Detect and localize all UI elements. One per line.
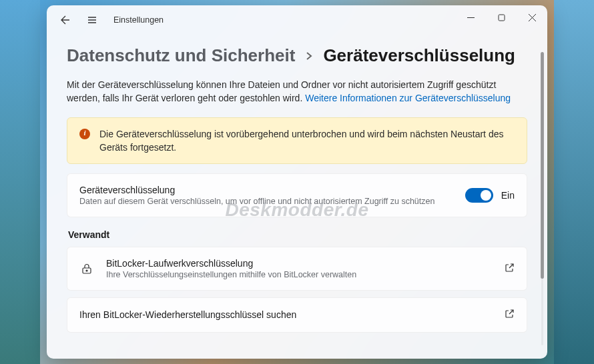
minimize-button[interactable] [455,5,486,29]
back-arrow-icon [60,15,71,25]
encryption-subtitle: Daten auf diesem Gerät verschlüsseln, um… [79,197,453,206]
info-icon [79,129,90,139]
encryption-toggle[interactable] [465,188,493,203]
external-link-icon [505,263,515,275]
banner-text: Die Geräteverschlüsselung ist vorübergeh… [99,127,515,155]
svg-point-2 [86,270,87,271]
bitlocker-title: BitLocker-Laufwerkverschlüsselung [106,258,493,269]
info-banner: Die Geräteverschlüsselung ist vorübergeh… [67,117,527,165]
close-icon [529,14,536,21]
breadcrumb-parent[interactable]: Datenschutz und Sicherheit [67,45,295,66]
settings-window: Einstellungen Datenschutz und Sicherheit… [47,5,547,359]
recovery-key-link-card[interactable]: Ihren BitLocker-Wiederherstellungsschlüs… [67,297,527,333]
device-encryption-card: Geräteverschlüsselung Daten auf diesem G… [67,173,527,217]
toggle-state-label: Ein [501,190,515,201]
page-title: Geräteverschlüsselung [323,45,515,66]
minimize-icon [467,14,475,21]
maximize-button[interactable] [486,5,517,29]
titlebar: Einstellungen [47,5,547,35]
close-button[interactable] [517,5,547,29]
window-title: Einstellungen [113,15,164,25]
breadcrumb: Datenschutz und Sicherheit Geräteverschl… [67,45,527,66]
bitlocker-subtitle: Ihre Verschlüsselungseinstellungen mithi… [106,270,493,279]
bitlocker-link-card[interactable]: BitLocker-Laufwerkverschlüsselung Ihre V… [67,247,527,291]
lock-icon [79,263,94,275]
hamburger-icon [87,15,97,25]
menu-button[interactable] [79,8,105,32]
encryption-title: Geräteverschlüsselung [79,185,453,195]
more-info-link[interactable]: Weitere Informationen zur Geräteverschlü… [305,93,511,103]
svg-rect-0 [499,15,505,21]
page-description: Mit der Geräteverschlüsselung können Ihr… [67,78,527,105]
scrollbar-thumb[interactable] [541,52,544,279]
maximize-icon [498,14,505,21]
content-area: Datenschutz und Sicherheit Geräteverschl… [47,35,547,359]
recovery-title: Ihren BitLocker-Wiederherstellungsschlüs… [79,309,493,320]
external-link-icon [505,309,515,321]
chevron-right-icon [304,51,314,61]
related-header: Verwandt [68,229,527,240]
back-button[interactable] [52,8,79,32]
